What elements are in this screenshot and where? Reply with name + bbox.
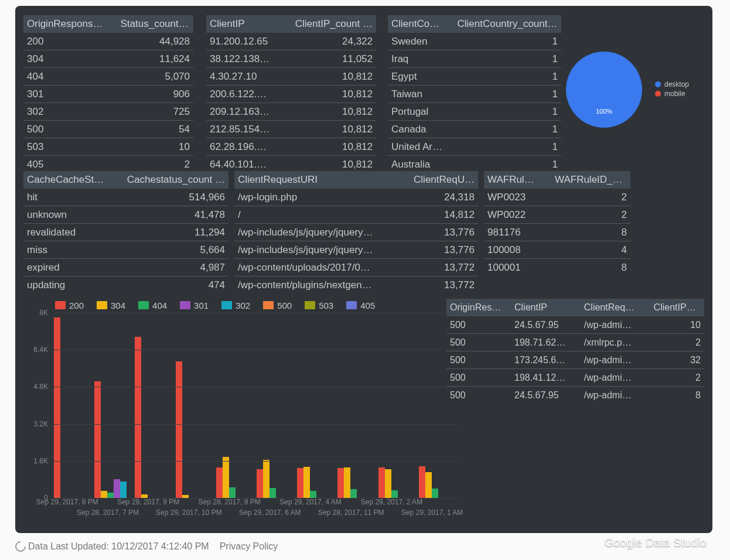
table-row[interactable]: 4.30.27.1010,812 (206, 68, 376, 86)
privacy-policy-link[interactable]: Privacy Policy (220, 541, 278, 552)
legend-item[interactable]: 200 (55, 301, 84, 310)
table-row[interactable]: Iraq1 (388, 50, 561, 68)
legend-item[interactable]: 301 (180, 301, 209, 310)
table-row[interactable]: /14,812 (234, 206, 478, 224)
legend-item[interactable]: 304 (97, 301, 125, 310)
bar[interactable] (297, 468, 303, 498)
table-cell: 54 (117, 124, 194, 135)
bar[interactable] (350, 489, 357, 498)
table-row[interactable]: 212.85.154…10,812 (206, 121, 376, 138)
bar[interactable] (101, 491, 107, 498)
bar[interactable] (270, 488, 276, 498)
table-origin-status[interactable]: OriginRespons…Status_count …20044,928304… (23, 15, 193, 173)
table-row[interactable]: 38.122.138…11,052 (206, 50, 376, 68)
table-client-ip[interactable]: ClientIPClientIP_count …91.200.12.6524,3… (206, 15, 376, 173)
bar[interactable] (223, 457, 229, 498)
table-errors[interactable]: OriginRes…ClientIPClientReq…ClientIP_…50… (446, 299, 704, 404)
bar[interactable] (344, 467, 350, 498)
bar[interactable] (229, 487, 236, 498)
table-row[interactable]: /wp-content/uploads/2017/0…13,772 (234, 259, 478, 276)
table-row[interactable]: 64.40.101.…10,812 (206, 156, 376, 173)
bar[interactable] (135, 337, 141, 498)
bar[interactable] (303, 467, 310, 498)
legend-item[interactable]: 500 (263, 301, 292, 310)
bar[interactable] (432, 489, 438, 498)
table-row[interactable]: 30411,624 (23, 50, 193, 68)
table-row[interactable]: Australia1 (388, 156, 561, 173)
table-row[interactable]: 4045,070 (23, 68, 193, 86)
bar[interactable] (216, 467, 223, 498)
bar[interactable] (107, 493, 114, 498)
table-cell: 1 (453, 88, 561, 100)
bar[interactable] (257, 469, 263, 498)
bar[interactable] (310, 491, 316, 498)
bar[interactable] (94, 381, 101, 498)
table-row[interactable]: Taiwan1 (388, 86, 561, 103)
table-row[interactable]: 50054 (23, 121, 193, 138)
bar[interactable] (114, 479, 120, 498)
table-request-uri[interactable]: ClientRequestURIClientReqU…/wp-login.php… (234, 171, 478, 293)
table-row[interactable]: Portugal1 (388, 103, 561, 121)
table-row[interactable]: 1000084 (484, 241, 630, 259)
bar-group (419, 313, 459, 498)
table-row[interactable]: Canada1 (388, 121, 561, 138)
table-row[interactable]: 200.6.122.…10,812 (206, 86, 376, 103)
bar-chart-status-over-time[interactable]: 200304404301302500503405 01.6K3.2K4.8K6.… (26, 298, 459, 527)
table-row[interactable]: 500173.245.6…/wp-admi…32 (446, 351, 704, 369)
table-row[interactable]: WP00222 (484, 206, 630, 224)
table-row[interactable]: 500198.71.62…/xmlrpc.p…2 (446, 334, 704, 351)
bar[interactable] (378, 467, 385, 498)
table-row[interactable]: miss5,664 (23, 241, 228, 259)
table-row[interactable]: hit514,966 (23, 189, 228, 206)
bar[interactable] (120, 482, 127, 498)
table-row[interactable]: 1000018 (484, 259, 630, 276)
table-header-cell: ClientIP_… (650, 302, 704, 313)
chart-plot-area (54, 313, 459, 498)
table-row[interactable]: 50024.5.67.95/wp-admi…10 (446, 316, 704, 334)
chart-legend: 200304404301302500503405 (26, 298, 459, 313)
table-row[interactable]: /wp-includes/js/jquery/jquery…13,776 (234, 224, 478, 241)
table-row[interactable]: Sweden1 (388, 33, 561, 50)
table-row[interactable]: 9811768 (484, 224, 630, 241)
table-client-country[interactable]: ClientCo…ClientCountry_count …Sweden1Ira… (388, 15, 561, 173)
table-row[interactable]: Egypt1 (388, 68, 561, 86)
table-row[interactable]: 50024.5.67.95/wp-admi…8 (446, 387, 704, 404)
table-row[interactable]: unknown41,478 (23, 206, 228, 224)
table-row[interactable]: expired4,987 (23, 259, 228, 276)
table-row[interactable]: United Ar…1 (388, 138, 561, 156)
refresh-icon[interactable] (13, 539, 28, 554)
table-row[interactable]: 20044,928 (23, 33, 193, 50)
table-row[interactable]: 4052 (23, 156, 193, 173)
bar-group (378, 313, 419, 498)
table-row[interactable]: 50310 (23, 138, 193, 156)
table-row[interactable]: 209.12.163…10,812 (206, 103, 376, 121)
table-row[interactable]: 302725 (23, 103, 193, 121)
legend-item[interactable]: 503 (305, 301, 333, 310)
pie-chart-device[interactable]: 100% desktop mobile (566, 40, 719, 139)
bar[interactable] (385, 469, 391, 498)
table-row[interactable]: /wp-includes/js/jquery/jquery…13,776 (234, 241, 478, 259)
table-row[interactable]: /wp-content/plugins/nextgen…13,772 (234, 276, 478, 293)
legend-item[interactable]: 404 (138, 301, 167, 310)
bar[interactable] (54, 317, 60, 498)
table-row[interactable]: updating474 (23, 276, 228, 293)
bar[interactable] (391, 490, 398, 498)
legend-item[interactable]: 302 (221, 301, 250, 310)
table-waf-rule[interactable]: WAFRul…WAFRuleID_c…WP00232WP002229811768… (484, 171, 630, 276)
table-cache-status[interactable]: CacheCacheSt…Cachestatus_count …hit514,9… (23, 171, 228, 293)
bar[interactable] (425, 472, 432, 498)
bar[interactable] (337, 468, 344, 498)
table-row[interactable]: 62.28.196.…10,812 (206, 138, 376, 156)
table-row[interactable]: revalidated11,294 (23, 224, 228, 241)
table-header-cell: WAFRuleID_c… (551, 174, 630, 186)
table-row[interactable]: 500198.41.12…/wp-admi…2 (446, 369, 704, 387)
table-header-cell: CacheCacheSt… (23, 174, 122, 186)
bar[interactable] (263, 460, 270, 498)
table-row[interactable]: 91.200.12.6524,322 (206, 33, 376, 50)
legend-item[interactable]: 405 (346, 301, 375, 310)
table-row[interactable]: WP00232 (484, 189, 630, 206)
table-row[interactable]: /wp-login.php24,318 (234, 189, 478, 206)
table-row[interactable]: 301906 (23, 86, 193, 103)
bar[interactable] (419, 466, 425, 498)
bar[interactable] (176, 361, 182, 498)
